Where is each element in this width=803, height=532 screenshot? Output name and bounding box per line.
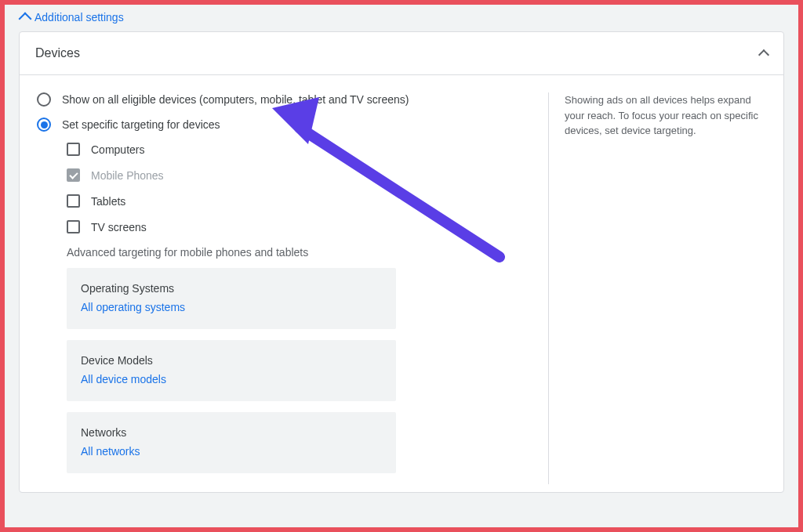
os-link[interactable]: All operating systems [81, 301, 382, 313]
operating-systems-section[interactable]: Operating Systems All operating systems [67, 268, 396, 329]
devices-title: Devices [35, 46, 80, 60]
devices-card-body: Show on all eligible devices (computers,… [20, 75, 783, 492]
checkbox-icon [67, 143, 80, 156]
radio-specific-targeting[interactable]: Set specific targeting for devices [37, 118, 525, 132]
checkbox-tv-screens[interactable]: TV screens [67, 220, 525, 233]
checkbox-computers-label: Computers [91, 143, 144, 156]
checkbox-computers[interactable]: Computers [67, 143, 525, 156]
additional-settings-link[interactable]: Additional settings [5, 5, 798, 31]
checkbox-mobile-phones: Mobile Phones [67, 168, 525, 182]
radio-icon [37, 92, 51, 107]
radio-specific-label: Set specific targeting for devices [62, 118, 220, 131]
chevron-up-icon [758, 49, 769, 60]
advanced-targeting-heading: Advanced targeting for mobile phones and… [67, 246, 525, 259]
devices-help-text: Showing ads on all devices helps expand … [548, 92, 768, 484]
networks-section[interactable]: Networks All networks [67, 412, 396, 473]
radio-icon [37, 118, 51, 132]
checkbox-mobile-label: Mobile Phones [91, 169, 164, 182]
checkbox-icon [67, 220, 80, 233]
checkbox-tablets[interactable]: Tablets [67, 194, 525, 208]
device-checkbox-group: Computers Mobile Phones Tablets TV scree… [67, 143, 525, 473]
devices-options-column: Show on all eligible devices (computers,… [37, 92, 525, 484]
checkbox-locked-icon [67, 168, 80, 182]
checkbox-tablets-label: Tablets [91, 195, 125, 208]
chevron-up-icon [19, 13, 32, 26]
networks-title: Networks [81, 426, 382, 439]
additional-settings-label: Additional settings [35, 11, 124, 24]
screenshot-border: Additional settings Devices Show on all … [0, 0, 803, 532]
os-title: Operating Systems [81, 282, 382, 295]
radio-all-devices-label: Show on all eligible devices (computers,… [62, 93, 409, 106]
checkbox-icon [67, 194, 80, 208]
networks-link[interactable]: All networks [81, 445, 382, 458]
radio-all-devices[interactable]: Show on all eligible devices (computers,… [37, 92, 525, 107]
devices-card-header[interactable]: Devices [20, 32, 783, 75]
device-models-section[interactable]: Device Models All device models [67, 340, 396, 401]
devices-card: Devices Show on all eligible devices (co… [19, 31, 784, 493]
models-link[interactable]: All device models [81, 373, 382, 385]
checkbox-tv-label: TV screens [91, 221, 147, 233]
models-title: Device Models [81, 354, 382, 367]
